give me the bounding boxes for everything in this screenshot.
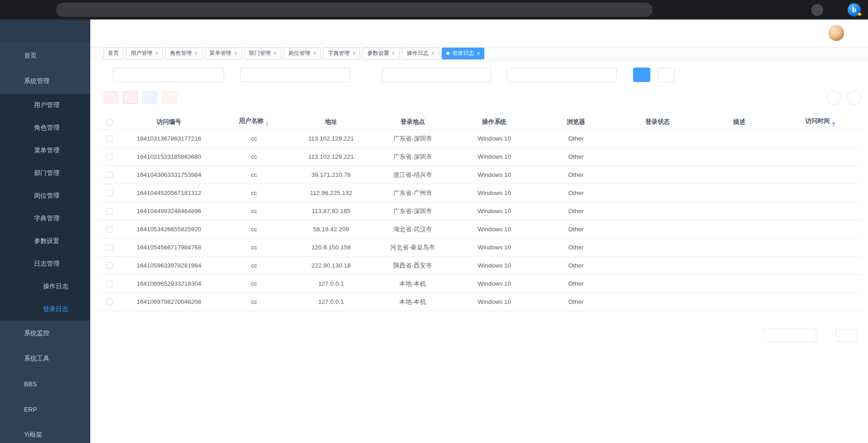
table-refresh-button[interactable] (847, 90, 862, 105)
chevron-down-icon (78, 381, 83, 387)
export-button[interactable] (162, 91, 177, 104)
login-ip-input[interactable] (113, 68, 224, 82)
sidebar-item-system[interactable]: 系统管理 (0, 68, 90, 94)
sidebar-item-monitor[interactable]: 系统监控 (0, 321, 90, 346)
select-all-checkbox[interactable] (107, 119, 113, 125)
sidebar-item-yi[interactable]: Yi框架 (0, 422, 90, 443)
sidebar-item-user[interactable]: 用户管理 (0, 94, 90, 117)
tab-label: 登录日志 (452, 49, 474, 57)
login-time-range-picker[interactable] (507, 68, 617, 82)
delete-button[interactable] (103, 91, 118, 104)
read-aloud-icon[interactable] (684, 3, 696, 17)
tab-dept[interactable]: 部门管理× (244, 48, 281, 59)
row-checkbox[interactable] (107, 172, 113, 178)
row-checkbox[interactable] (107, 299, 113, 305)
tab-login-log[interactable]: 登录日志× (442, 48, 484, 59)
sort-icon[interactable]: ▲▼ (832, 122, 835, 127)
help-icon[interactable] (771, 29, 780, 38)
table-row: 1641069652933218304cc127.0.0.1本地-本机Windo… (99, 275, 861, 293)
close-icon[interactable]: × (234, 51, 237, 56)
search-button[interactable] (633, 68, 650, 82)
tab-post[interactable]: 岗位管理× (284, 48, 321, 59)
tab-home[interactable]: 首页 (103, 48, 123, 59)
split-screen-icon[interactable] (757, 3, 769, 17)
close-icon[interactable]: × (273, 51, 277, 56)
sidebar-fold-icon[interactable] (102, 29, 111, 38)
page-size-select[interactable] (763, 329, 816, 342)
row-checkbox[interactable] (107, 226, 113, 233)
add-favorite-icon[interactable] (721, 3, 732, 17)
active-tab-dot (446, 52, 449, 55)
close-icon[interactable]: × (313, 51, 316, 56)
status-select[interactable] (382, 68, 491, 82)
sidebar-item-param[interactable]: 参数设置 (0, 230, 90, 253)
header-search-icon[interactable] (735, 29, 744, 38)
browser-home-icon[interactable] (35, 3, 49, 17)
sidebar-menu: 首页系统管理用户管理角色管理菜单管理部门管理岗位管理字典管理参数设置日志管理操作… (0, 43, 90, 443)
table-search-toggle-button[interactable] (827, 90, 841, 105)
sidebar-item-erp[interactable]: ERP (0, 397, 90, 422)
tab-user[interactable]: 用户管理× (126, 48, 163, 59)
column-header[interactable]: 访问时间▲▼ (780, 117, 861, 127)
app-logo[interactable] (0, 19, 90, 43)
cell: Other (535, 298, 617, 305)
copilot-bing-icon[interactable]: b (848, 3, 861, 16)
browser-more-icon[interactable] (829, 3, 841, 17)
sidebar-item-menu[interactable]: 菜单管理 (0, 139, 90, 162)
tab-param[interactable]: 参数设置× (363, 48, 400, 59)
close-icon[interactable]: × (392, 51, 395, 56)
sort-icon[interactable]: ▲▼ (265, 122, 269, 127)
unlock-button[interactable] (142, 91, 157, 104)
sidebar-item-oper-log[interactable]: 操作日志 (0, 275, 90, 298)
font-size-icon[interactable] (808, 29, 816, 38)
sidebar-item-log[interactable]: 日志管理 (0, 253, 90, 275)
tab-dict[interactable]: 字典管理× (323, 48, 360, 59)
column-header[interactable]: 用户名称▲▼ (218, 117, 290, 127)
zoom-icon[interactable] (702, 3, 714, 17)
close-icon[interactable]: × (352, 51, 356, 56)
sidebar-item-home[interactable]: 首页 (0, 43, 90, 68)
row-checkbox[interactable] (107, 244, 113, 251)
collections-icon[interactable] (793, 3, 805, 17)
sidebar-item-post[interactable]: 岗位管理 (0, 185, 90, 207)
fullscreen-icon[interactable] (790, 29, 798, 38)
close-icon[interactable]: × (477, 51, 480, 56)
sidebar-item-bbs[interactable]: BBS (0, 371, 90, 397)
extensions-icon[interactable] (739, 3, 751, 17)
row-checkbox[interactable] (107, 208, 113, 214)
sidebar-item-role[interactable]: 角色管理 (0, 117, 90, 139)
sidebar-item-login-log[interactable]: 登录日志 (0, 298, 90, 321)
favorites-icon[interactable] (775, 3, 787, 17)
row-checkbox[interactable] (107, 281, 113, 287)
row-checkbox[interactable] (107, 190, 113, 196)
tab-menu[interactable]: 菜单管理× (205, 48, 242, 59)
goto-page-input[interactable] (835, 329, 858, 342)
user-name-input[interactable] (240, 68, 350, 82)
password-icon[interactable] (666, 3, 678, 17)
sidebar-item-tools[interactable]: 系统工具 (0, 346, 90, 371)
browser-reload-icon[interactable] (20, 3, 34, 17)
sidebar-item-dict[interactable]: 字典管理 (0, 207, 90, 230)
close-icon[interactable]: × (195, 51, 198, 56)
browser-profile-icon[interactable] (811, 4, 823, 16)
tab-role[interactable]: 角色管理× (166, 48, 202, 59)
close-icon[interactable]: × (431, 51, 434, 56)
reset-button[interactable] (658, 68, 675, 82)
row-checkbox[interactable] (107, 154, 113, 160)
row-checkbox[interactable] (107, 263, 113, 269)
github-icon[interactable] (753, 29, 762, 38)
address-bar[interactable] (56, 3, 653, 17)
avatar-caret-icon[interactable] (852, 34, 856, 39)
table-toolbar (90, 90, 868, 105)
clear-button[interactable] (123, 91, 138, 104)
cell: Other (535, 226, 617, 233)
sidebar-item-label: BBS (24, 380, 37, 388)
sidebar-item-dept[interactable]: 部门管理 (0, 162, 90, 185)
sidebar-peek-caret-icon[interactable] (863, 15, 867, 19)
user-avatar[interactable] (829, 25, 844, 41)
browser-back-icon[interactable] (5, 3, 18, 17)
close-icon[interactable]: × (155, 51, 158, 56)
tab-oper-log[interactable]: 操作日志× (402, 48, 439, 59)
row-checkbox[interactable] (107, 136, 113, 142)
pagination (90, 329, 868, 342)
